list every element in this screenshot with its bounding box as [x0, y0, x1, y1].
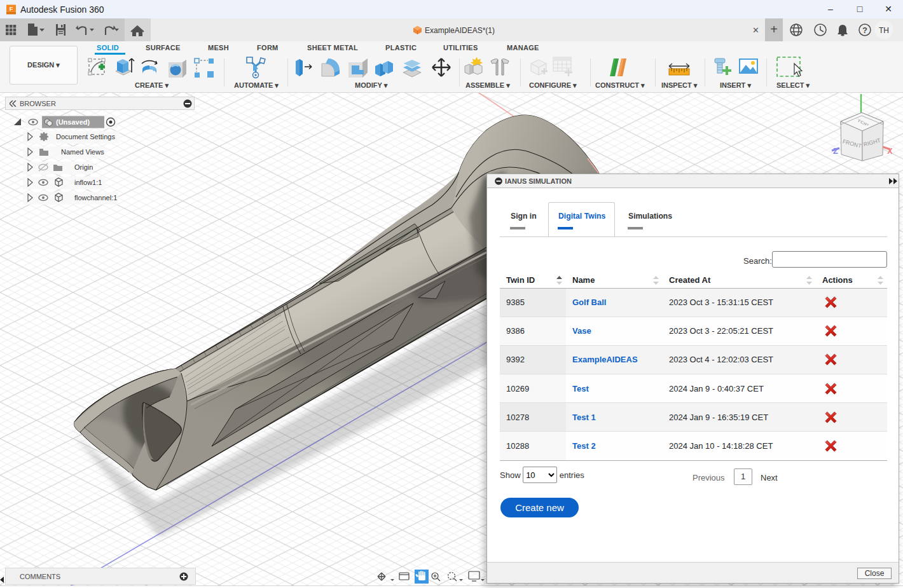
svg-text:flowchannel:1: flowchannel:1 — [74, 194, 117, 202]
svg-text:Named Views: Named Views — [61, 148, 104, 156]
svg-text:Document Settings: Document Settings — [56, 133, 115, 140]
svg-text:X: X — [887, 146, 893, 156]
svg-text:inflow1:1: inflow1:1 — [74, 179, 102, 186]
svg-text:(Unsaved): (Unsaved) — [56, 118, 90, 126]
svg-text:F: F — [10, 6, 13, 12]
svg-text:Origin: Origin — [74, 163, 93, 171]
svg-text:Z: Z — [833, 146, 838, 156]
